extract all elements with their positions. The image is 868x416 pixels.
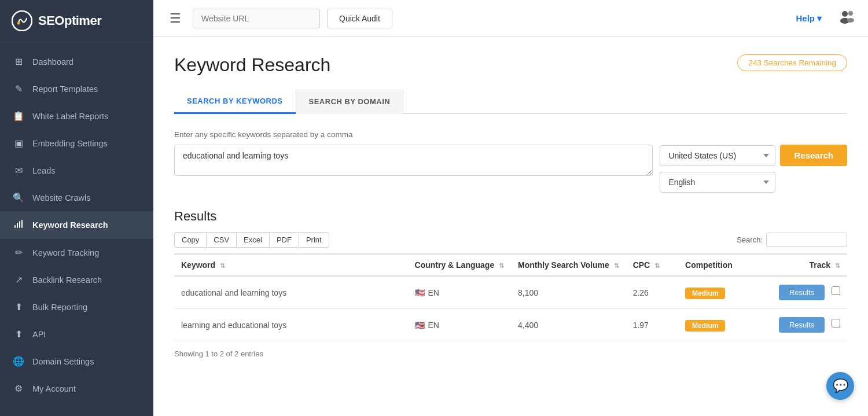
sidebar-item-website-crawls[interactable]: 🔍 Website Crawls	[0, 184, 153, 211]
sidebar-item-keyword-research[interactable]: Keyword Research	[0, 211, 153, 239]
results-button-row2[interactable]: Results	[779, 317, 825, 333]
sort-country-icon[interactable]: ⇅	[499, 262, 504, 269]
country-language-cell: 🇺🇸 EN	[408, 309, 512, 341]
api-icon: ⬆	[13, 329, 24, 340]
sidebar-item-label: Backlink Research	[32, 275, 102, 285]
hamburger-button[interactable]: ☰	[165, 9, 186, 28]
results-title: Results	[174, 209, 847, 224]
col-header-competition: Competition	[678, 254, 757, 276]
sidebar-item-leads[interactable]: ✉ Leads	[0, 157, 153, 184]
sidebar-item-api[interactable]: ⬆ API	[0, 321, 153, 348]
form-controls: United States (US) United Kingdom (GB) A…	[660, 145, 847, 193]
page-title: Keyword Research	[174, 54, 330, 76]
crawls-icon: 🔍	[13, 192, 24, 203]
sidebar-item-label: Domain Settings	[32, 357, 94, 366]
keyword-cell: educational and learning toys	[174, 276, 408, 309]
svg-point-9	[847, 18, 854, 23]
keyword-textarea[interactable]	[174, 145, 653, 176]
form-label: Enter any specific keywords separated by…	[174, 130, 847, 139]
sort-volume-icon[interactable]: ⇅	[614, 262, 619, 269]
flag-icon: 🇺🇸	[415, 321, 425, 330]
table-search-input[interactable]	[766, 233, 847, 247]
sidebar-nav: ⊞ Dashboard ✎ Report Templates 📋 White L…	[0, 42, 153, 416]
sidebar-item-report-templates[interactable]: ✎ Report Templates	[0, 75, 153, 102]
sort-cpc-icon[interactable]: ⇅	[654, 262, 660, 269]
white-label-icon: 📋	[13, 111, 24, 122]
pdf-button[interactable]: PDF	[269, 232, 299, 248]
chevron-down-icon: ▾	[817, 13, 822, 24]
volume-cell: 4,400	[511, 309, 626, 341]
search-tabs: SEARCH BY KEYWORDS SEARCH BY DOMAIN	[174, 90, 847, 114]
volume-cell: 8,100	[511, 276, 626, 309]
table-search-area: Search:	[737, 233, 847, 247]
topbar: ☰ Quick Audit Help ▾	[153, 0, 868, 37]
svg-point-1	[17, 22, 20, 25]
page-header: Keyword Research 243 Searches Remaining	[174, 54, 847, 76]
track-cell: Results	[757, 309, 847, 341]
table-actions: Copy CSV Excel PDF Print Search:	[174, 232, 847, 248]
cpc-cell: 1.97	[626, 309, 678, 341]
sidebar-item-label: Report Templates	[32, 84, 98, 94]
track-checkbox-row2[interactable]	[832, 319, 840, 327]
embedding-icon: ▣	[13, 138, 24, 149]
sidebar-item-label: Website Crawls	[32, 193, 90, 203]
research-button[interactable]: Research	[780, 145, 847, 166]
sidebar-item-label: API	[32, 330, 46, 339]
results-button-row1[interactable]: Results	[779, 285, 825, 300]
col-header-monthly-search-volume: Monthly Search Volume ⇅	[511, 254, 626, 276]
svg-rect-3	[17, 223, 18, 228]
search-label-text: Search:	[737, 235, 763, 244]
sidebar-item-label: Dashboard	[32, 57, 73, 67]
url-input[interactable]	[193, 9, 320, 28]
sidebar: SEOptimer ⊞ Dashboard ✎ Report Templates…	[0, 0, 153, 416]
copy-button[interactable]: Copy	[174, 232, 206, 248]
users-icon[interactable]	[838, 8, 856, 28]
search-form: United States (US) United Kingdom (GB) A…	[174, 145, 847, 193]
svg-rect-4	[19, 221, 20, 228]
sidebar-item-label: Bulk Reporting	[32, 303, 87, 312]
chat-bubble-button[interactable]: 💬	[826, 372, 854, 400]
competition-cell: Medium	[678, 309, 757, 341]
sidebar-item-white-label-reports[interactable]: 📋 White Label Reports	[0, 102, 153, 130]
sidebar-item-label: Keyword Tracking	[32, 248, 99, 257]
logo-text: SEOptimer	[38, 13, 101, 28]
logo: SEOptimer	[0, 0, 153, 42]
dashboard-icon: ⊞	[13, 56, 24, 67]
language-select[interactable]: English Spanish French	[660, 172, 775, 193]
tab-search-by-keywords[interactable]: SEARCH BY KEYWORDS	[174, 90, 296, 114]
sidebar-item-dashboard[interactable]: ⊞ Dashboard	[0, 48, 153, 75]
sort-keyword-icon[interactable]: ⇅	[220, 262, 225, 269]
domain-icon: 🌐	[13, 356, 24, 367]
results-section: Results Copy CSV Excel PDF Print Search:…	[174, 209, 847, 358]
account-icon: ⚙	[13, 383, 24, 394]
logo-icon	[12, 10, 32, 31]
col-header-keyword: Keyword ⇅	[174, 254, 408, 276]
quick-audit-button[interactable]: Quick Audit	[327, 9, 392, 28]
keyword-cell: learning and educational toys	[174, 309, 408, 341]
svg-rect-2	[14, 225, 16, 228]
bulk-reporting-icon: ⬆	[13, 301, 24, 312]
language-code: EN	[428, 288, 439, 297]
col-header-country-language: Country & Language ⇅	[408, 254, 512, 276]
keyword-research-icon	[13, 219, 24, 231]
track-checkbox-row1[interactable]	[832, 286, 840, 295]
tab-search-by-domain[interactable]: SEARCH BY DOMAIN	[296, 90, 404, 114]
svg-rect-5	[21, 220, 23, 228]
sidebar-item-keyword-tracking[interactable]: ✏ Keyword Tracking	[0, 239, 153, 266]
svg-point-6	[842, 11, 848, 17]
sidebar-item-domain-settings[interactable]: 🌐 Domain Settings	[0, 348, 153, 375]
country-select[interactable]: United States (US) United Kingdom (GB) A…	[660, 145, 775, 166]
sidebar-item-bulk-reporting[interactable]: ⬆ Bulk Reporting	[0, 293, 153, 321]
sort-track-icon[interactable]: ⇅	[835, 262, 840, 269]
help-button[interactable]: Help ▾	[796, 13, 822, 24]
sidebar-item-my-account[interactable]: ⚙ My Account	[0, 375, 153, 402]
sidebar-item-label: Leads	[32, 166, 56, 175]
csv-button[interactable]: CSV	[206, 232, 236, 248]
sidebar-item-embedding-settings[interactable]: ▣ Embedding Settings	[0, 130, 153, 157]
leads-icon: ✉	[13, 165, 24, 176]
excel-button[interactable]: Excel	[236, 232, 269, 248]
sidebar-item-backlink-research[interactable]: ↗ Backlink Research	[0, 266, 153, 293]
table-row: educational and learning toys 🇺🇸 EN 8,10…	[174, 276, 847, 309]
print-button[interactable]: Print	[299, 232, 329, 248]
showing-entries-text: Showing 1 to 2 of 2 entries	[174, 349, 847, 358]
